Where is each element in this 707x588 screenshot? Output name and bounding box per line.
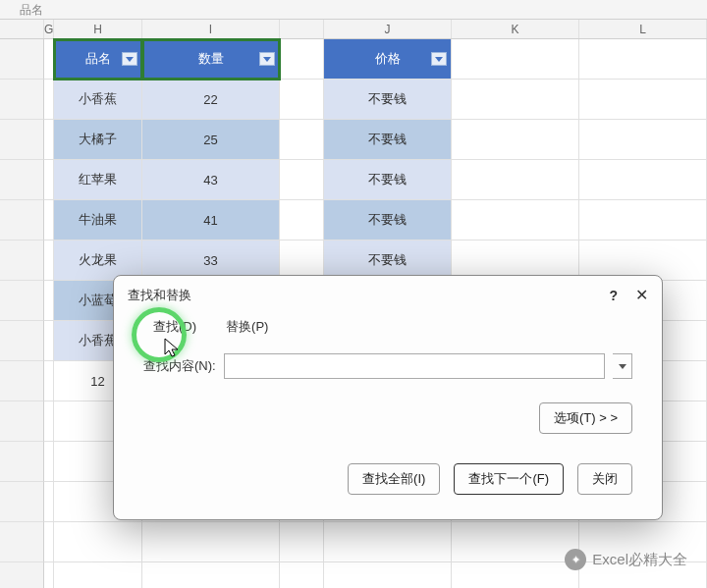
filter-icon[interactable] [431,52,447,66]
find-input[interactable] [224,353,605,379]
cell-qty[interactable]: 43 [142,160,280,200]
header-name[interactable]: 品名 [54,39,142,80]
formula-bar: 品名 [0,0,707,20]
table-row: 红苹果 43 不要钱 [0,160,707,200]
wechat-icon: ✦ [565,549,586,570]
dialog-titlebar[interactable]: 查找和替换 ? ✕ [114,276,662,308]
cell-name[interactable]: 小香蕉 [54,80,142,120]
filter-icon[interactable] [122,52,137,66]
find-label: 查找内容(N): [143,357,216,375]
dialog-buttons: 查找全部(I) 查找下一个(F) 关闭 [114,434,662,495]
cell-name[interactable]: 牛油果 [54,200,142,241]
col-gutter [0,20,44,38]
dialog-title: 查找和替换 [128,287,191,304]
col-K[interactable]: K [452,20,579,38]
table-row: 小香蕉 22 不要钱 [0,80,707,120]
col-L[interactable]: L [579,20,707,38]
find-history-dropdown[interactable] [613,353,632,379]
table-row: 牛油果 41 不要钱 [0,200,707,241]
col-I[interactable]: I [142,20,280,38]
watermark-text: Excel必精大全 [592,551,687,569]
cell-name[interactable]: 红苹果 [54,160,142,200]
col-H[interactable]: H [54,20,142,38]
table-row: 大橘子 25 不要钱 [0,120,707,160]
col-I-gap [280,20,324,38]
header-price[interactable]: 价格 [324,39,452,80]
col-J[interactable]: J [324,20,452,38]
close-button[interactable]: 关闭 [577,463,632,495]
find-field-row: 查找内容(N): [114,340,662,379]
cell-qty[interactable]: 41 [142,200,280,241]
formula-bar-text: 品名 [20,3,43,17]
watermark: ✦ Excel必精大全 [565,549,687,570]
cell-price[interactable]: 不要钱 [324,160,452,200]
find-next-button[interactable]: 查找下一个(F) [454,463,564,495]
filter-icon[interactable] [259,52,275,66]
cell-price[interactable]: 不要钱 [324,120,452,160]
cell-name[interactable]: 大橘子 [54,120,142,160]
tab-find[interactable]: 查找(D) [143,314,206,340]
find-all-button[interactable]: 查找全部(I) [348,463,440,495]
options-button[interactable]: 选项(T) > > [539,402,632,434]
close-icon[interactable]: ✕ [635,286,648,304]
tab-replace[interactable]: 替换(P) [216,314,278,340]
dialog-tabs: 查找(D) 替换(P) [114,308,662,340]
cell-qty[interactable]: 25 [142,120,280,160]
header-qty[interactable]: 数量 [142,39,280,80]
col-G-edge: G [44,20,54,38]
table-header-row: 品名 数量 价格 [0,39,707,80]
column-headers: G H I J K L [0,20,707,39]
help-icon[interactable]: ? [609,288,618,303]
cell-qty[interactable]: 22 [142,80,280,120]
cell-price[interactable]: 不要钱 [324,200,452,241]
cell-price[interactable]: 不要钱 [324,80,452,120]
find-replace-dialog: 查找和替换 ? ✕ 查找(D) 替换(P) 查找内容(N): 选项(T) > >… [113,275,663,520]
